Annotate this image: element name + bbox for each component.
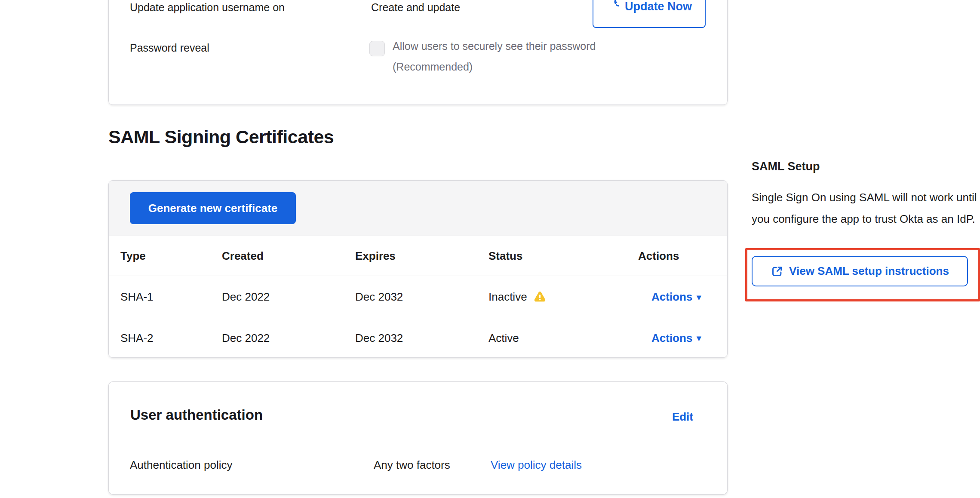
column-header-expires: Expires (355, 236, 396, 276)
view-saml-setup-instructions-label: View SAML setup instructions (789, 264, 949, 278)
cert-type: SHA-2 (120, 318, 154, 358)
view-policy-details-link[interactable]: View policy details (491, 458, 582, 472)
view-saml-setup-instructions-button[interactable]: View SAML setup instructions (752, 256, 968, 286)
password-reveal-checkbox-label: Allow users to securely see their passwo… (393, 36, 633, 77)
refresh-icon (606, 0, 619, 13)
saml-setup-description: Single Sign On using SAML will not work … (752, 187, 977, 230)
username-update-value: Create and update (371, 1, 460, 14)
status-text: Inactive (488, 290, 527, 304)
authentication-policy-label: Authentication policy (130, 458, 232, 472)
caret-down-icon: ▾ (697, 292, 701, 302)
password-reveal-checkbox[interactable] (369, 41, 385, 56)
username-update-label: Update application username on (130, 1, 285, 14)
cert-type: SHA-1 (120, 276, 154, 318)
cert-expires: Dec 2032 (355, 276, 403, 318)
cert-actions-dropdown[interactable]: Actions ▾ (651, 318, 701, 358)
authentication-policy-value: Any two factors (374, 458, 450, 472)
checkbox-label-text: Allow users to securely see their passwo… (393, 40, 596, 52)
column-header-status: Status (488, 236, 522, 276)
page: Update application username on Create an… (0, 0, 980, 498)
column-header-type: Type (120, 236, 146, 276)
column-header-actions: Actions (638, 236, 679, 276)
cert-status: Inactive (488, 276, 547, 318)
actions-label: Actions (651, 332, 692, 345)
table-header-row: Type Created Expires Status Actions (109, 236, 727, 276)
warning-icon (533, 290, 547, 304)
app-settings-card: Update application username on Create an… (108, 0, 728, 105)
update-now-label: Update Now (625, 0, 692, 13)
password-reveal-label: Password reveal (130, 42, 209, 54)
cert-status: Active (488, 318, 519, 358)
external-link-icon (771, 265, 783, 278)
cert-actions-dropdown[interactable]: Actions ▾ (651, 276, 701, 318)
generate-certificate-button[interactable]: Generate new certificate (130, 192, 296, 224)
edit-link[interactable]: Edit (672, 410, 693, 424)
update-now-button[interactable]: Update Now (593, 0, 706, 28)
certificates-toolbar: Generate new certificate (109, 181, 727, 236)
cert-created: Dec 2022 (222, 276, 270, 318)
user-authentication-card: User authentication Edit Authentication … (108, 381, 728, 495)
user-authentication-title: User authentication (130, 407, 263, 423)
caret-down-icon: ▾ (697, 333, 701, 343)
cert-expires: Dec 2032 (355, 318, 403, 358)
saml-setup-heading: SAML Setup (752, 160, 820, 173)
certificates-panel: Generate new certificate Type Created Ex… (108, 180, 728, 358)
page-title: SAML Signing Certificates (108, 126, 334, 148)
table-row: SHA-2 Dec 2022 Dec 2032 Active Actions ▾ (109, 318, 727, 358)
cert-created: Dec 2022 (222, 318, 270, 358)
checkbox-label-suffix: (Recommended) (393, 61, 473, 73)
table-row: SHA-1 Dec 2022 Dec 2032 Inactive Actions… (109, 276, 727, 318)
column-header-created: Created (222, 236, 264, 276)
actions-label: Actions (651, 290, 692, 304)
status-text: Active (488, 332, 519, 345)
